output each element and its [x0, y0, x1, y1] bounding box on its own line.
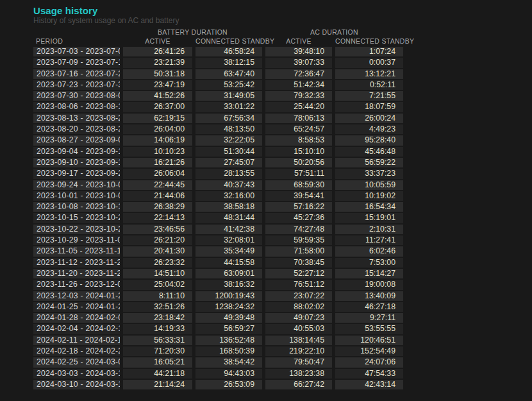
cell-battery-connected-standby: 35:34:49	[195, 246, 262, 256]
cell-ac-connected-standby: 120:46:51	[335, 336, 403, 345]
cell-ac-connected-standby: 53:55:55	[335, 324, 403, 334]
column-header-battery-connected-standby: CONNECTED STANDBY	[195, 37, 262, 46]
cell-battery-connected-standby: 46:58:24	[195, 47, 262, 56]
cell-period: 2023-12-03 - 2024-01-25	[33, 291, 120, 301]
cell-ac-connected-standby: 56:59:22	[335, 158, 403, 167]
table-row: 2024-03-10 - 2024-03-17 21:14:24 26:53:0…	[33, 380, 403, 389]
cell-battery-connected-standby: 53:25:42	[195, 80, 262, 90]
cell-battery-active: 50:31:18	[123, 69, 192, 79]
cell-ac-active: 59:59:35	[265, 235, 332, 245]
cell-period: 2023-09-10 - 2023-09-17	[33, 158, 120, 167]
cell-battery-active: 62:19:15	[123, 114, 192, 123]
cell-ac-connected-standby: 10:19:02	[335, 191, 403, 201]
cell-battery-connected-standby: 48:31:44	[195, 213, 262, 223]
table-row: 2024-02-18 - 2024-02-25 71:20:30 168:50:…	[33, 346, 403, 356]
table-row: 2024-01-28 - 2024-02-04 23:18:42 49:39:4…	[33, 313, 403, 323]
cell-ac-connected-standby: 152:54:49	[335, 346, 403, 356]
cell-period: 2023-10-01 - 2023-10-08	[33, 191, 120, 201]
cell-battery-active: 32:51:26	[123, 302, 192, 312]
cell-battery-connected-standby: 94:43:03	[195, 369, 262, 379]
cell-battery-connected-standby: 28:13:55	[195, 169, 262, 178]
cell-ac-connected-standby: 7:53:00	[335, 258, 403, 268]
cell-battery-connected-standby: 38:16:32	[195, 280, 262, 289]
cell-ac-active: 70:38:45	[265, 258, 332, 268]
table-row: 2023-09-24 - 2023-10-01 22:44:45 40:37:4…	[33, 180, 403, 190]
table-row: 2023-10-29 - 2023-11-05 26:21:20 32:08:0…	[33, 235, 403, 245]
cell-battery-connected-standby: 49:39:48	[195, 313, 262, 323]
cell-ac-active: 51:42:34	[265, 80, 332, 90]
cell-period: 2023-11-05 - 2023-11-12	[33, 246, 120, 256]
cell-ac-active: 88:02:02	[265, 302, 332, 312]
usage-history-section: Usage history History of system usage on…	[33, 5, 403, 389]
cell-battery-active: 71:20:30	[123, 346, 192, 356]
cell-battery-connected-standby: 1238:24:32	[195, 302, 262, 312]
table-row: 2024-03-03 - 2024-03-10 44:21:18 94:43:0…	[33, 369, 403, 379]
cell-battery-connected-standby: 38:54:42	[195, 357, 262, 367]
cell-battery-active: 26:23:32	[123, 258, 192, 268]
cell-period: 2024-02-18 - 2024-02-25	[33, 346, 120, 356]
cell-period: 2023-10-08 - 2023-10-15	[33, 202, 120, 212]
cell-battery-connected-standby: 38:12:15	[195, 58, 262, 67]
table-row: 2023-08-06 - 2023-08-13 26:37:00 33:01:2…	[33, 102, 403, 112]
cell-ac-connected-standby: 47:54:33	[335, 369, 403, 379]
table-body: 2023-07-03 - 2023-07-09 26:41:26 46:58:2…	[33, 47, 403, 389]
cell-ac-connected-standby: 9:27:11	[335, 313, 403, 323]
cell-battery-connected-standby: 33:01:22	[195, 102, 262, 112]
cell-battery-connected-standby: 32:16:00	[195, 191, 262, 201]
cell-ac-connected-standby: 46:27:18	[335, 302, 403, 312]
table-row: 2023-09-17 - 2023-09-24 26:06:04 28:13:5…	[33, 169, 403, 178]
cell-period: 2024-01-25 - 2024-01-28	[33, 302, 120, 312]
cell-ac-active: 79:50:47	[265, 357, 332, 367]
cell-period: 2023-07-30 - 2023-08-06	[33, 91, 120, 101]
cell-battery-active: 14:19:33	[123, 324, 192, 334]
cell-ac-active: 23:07:22	[265, 291, 332, 301]
cell-period: 2024-02-25 - 2024-03-03	[33, 357, 120, 367]
cell-ac-active: 66:27:42	[265, 380, 332, 389]
cell-ac-active: 78:06:13	[265, 114, 332, 123]
cell-period: 2023-07-23 - 2023-07-30	[33, 80, 120, 90]
cell-ac-connected-standby: 95:28:40	[335, 135, 403, 145]
cell-battery-active: 41:52:26	[123, 91, 192, 101]
cell-period: 2023-07-09 - 2023-07-16	[33, 58, 120, 67]
cell-battery-connected-standby: 168:50:39	[195, 346, 262, 356]
cell-ac-active: 57:16:22	[265, 202, 332, 212]
cell-ac-active: 50:20:56	[265, 158, 332, 167]
cell-period: 2023-08-06 - 2023-08-13	[33, 102, 120, 112]
cell-ac-active: 25:44:20	[265, 102, 332, 112]
cell-period: 2023-07-16 - 2023-07-23	[33, 69, 120, 79]
cell-ac-active: 219:22:10	[265, 346, 332, 356]
cell-period: 2023-10-29 - 2023-11-05	[33, 235, 120, 245]
cell-battery-connected-standby: 32:22:05	[195, 135, 262, 145]
cell-battery-active: 16:21:26	[123, 158, 192, 167]
table-row: 2023-10-01 - 2023-10-08 21:44:06 32:16:0…	[33, 191, 403, 201]
cell-period: 2024-02-11 - 2024-02-18	[33, 336, 120, 345]
group-header-battery-duration: BATTERY DURATION	[123, 28, 262, 37]
cell-period: 2023-08-20 - 2023-08-27	[33, 124, 120, 134]
cell-battery-active: 26:38:29	[123, 202, 192, 212]
cell-period: 2023-09-04 - 2023-09-10	[33, 147, 120, 157]
cell-ac-active: 65:24:57	[265, 124, 332, 134]
cell-battery-active: 26:37:00	[123, 102, 192, 112]
cell-period: 2023-11-12 - 2023-11-20	[33, 258, 120, 268]
table-row: 2023-08-20 - 2023-08-27 26:04:00 48:13:5…	[33, 124, 403, 134]
cell-ac-connected-standby: 6:02:46	[335, 246, 403, 256]
cell-battery-active: 23:46:56	[123, 225, 192, 234]
table-row: 2023-07-16 - 2023-07-23 50:31:18 63:47:4…	[33, 69, 403, 79]
cell-ac-active: 57:51:11	[265, 169, 332, 178]
column-header-period: PERIOD	[33, 37, 120, 46]
cell-ac-connected-standby: 13:40:09	[335, 291, 403, 301]
cell-ac-connected-standby: 13:12:21	[335, 69, 403, 79]
cell-period: 2023-07-03 - 2023-07-09	[33, 47, 120, 56]
cell-battery-active: 14:06:19	[123, 135, 192, 145]
cell-battery-connected-standby: 40:37:43	[195, 180, 262, 190]
table-row: 2023-10-08 - 2023-10-15 26:38:29 38:58:1…	[33, 202, 403, 212]
cell-period: 2024-02-04 - 2024-02-11	[33, 324, 120, 334]
cell-battery-active: 22:14:13	[123, 213, 192, 223]
table-row: 2023-11-05 - 2023-11-12 20:41:30 35:34:4…	[33, 246, 403, 256]
cell-battery-active: 21:44:06	[123, 191, 192, 201]
cell-battery-connected-standby: 32:08:01	[195, 235, 262, 245]
cell-battery-connected-standby: 27:45:07	[195, 158, 262, 167]
cell-battery-active: 23:21:39	[123, 58, 192, 67]
cell-battery-connected-standby: 136:52:48	[195, 336, 262, 345]
cell-period: 2023-09-24 - 2023-10-01	[33, 180, 120, 190]
